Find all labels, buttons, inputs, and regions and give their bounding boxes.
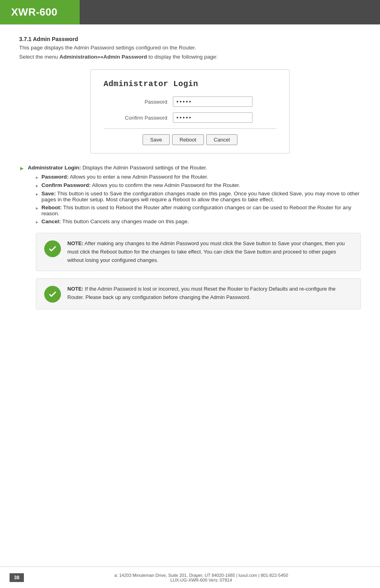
list-item: ▸ Password: Allows you to enter a new Ad… (36, 174, 361, 180)
confirm-password-label: Confirm Password (104, 115, 167, 121)
page-number: 38 (10, 573, 24, 582)
main-arrow-icon: ► (19, 165, 25, 171)
note-text-2: NOTE: If the Admin Password is lost or i… (67, 285, 353, 302)
reboot-button[interactable]: Reboot (172, 134, 204, 145)
save-button[interactable]: Save (143, 134, 170, 145)
section-desc: This page displays the Admin Password se… (19, 45, 361, 51)
page-header: XWR-600 (0, 0, 380, 25)
header-bar (80, 0, 380, 24)
note-box-2: NOTE: If the Admin Password is lost or i… (36, 278, 361, 309)
confirm-password-input[interactable] (173, 112, 253, 123)
login-box-title: Administrator Login (104, 79, 276, 88)
cancel-button[interactable]: Cancel (206, 134, 237, 145)
main-desc-item: ► Administrator Login: Displays the Admi… (19, 165, 361, 171)
confirm-password-row: Confirm Password (104, 112, 276, 123)
list-item: ▸ Reboot: This button is used to Reboot … (36, 205, 361, 216)
password-input[interactable] (173, 96, 253, 107)
sub-desc-text: Password: Allows you to enter a new Admi… (41, 174, 208, 180)
checkmark-icon (44, 240, 61, 257)
list-item: ▸ Confirm Password: Allows you to confir… (36, 182, 361, 189)
sub-arrow-icon: ▸ (36, 191, 38, 197)
sub-desc-list: ▸ Password: Allows you to enter a new Ad… (19, 174, 361, 225)
section-nav-prefix: Select the menu (19, 54, 59, 60)
section-nav-bold: Administration»»Admin Password (59, 54, 147, 60)
sub-desc-text: Reboot: This button is used to Reboot th… (41, 205, 361, 216)
note-text-1: NOTE: After making any changes to the Ad… (67, 240, 353, 264)
checkmark-icon (44, 286, 61, 303)
sub-desc-text: Cancel: This button Cancels any changes … (41, 218, 189, 224)
admin-login-box: Administrator Login Password Confirm Pas… (90, 69, 290, 153)
description-list: ► Administrator Login: Displays the Admi… (19, 165, 361, 225)
main-content: 3.7.1 Admin Password This page displays … (0, 25, 380, 566)
section-title: 3.7.1 Admin Password (19, 36, 361, 42)
sub-arrow-icon: ▸ (36, 183, 38, 189)
note-box-1: NOTE: After making any changes to the Ad… (36, 233, 361, 271)
list-item: ▸ Save: This button is used to Save the … (36, 191, 361, 203)
list-item: ▸ Cancel: This button Cancels any change… (36, 218, 361, 225)
footer-line1: a: 14203 Minuteman Drive, Suite 201, Dra… (32, 573, 370, 578)
sub-arrow-icon: ▸ (36, 219, 38, 225)
page-footer: 38 a: 14203 Minuteman Drive, Suite 201, … (0, 566, 380, 588)
password-label: Password (104, 99, 167, 105)
section-nav-suffix: to display the following page: (147, 54, 217, 60)
section-nav: Select the menu Administration»»Admin Pa… (19, 54, 361, 60)
sub-desc-text: Confirm Password: Allows you to confirm … (41, 182, 240, 188)
footer-info: a: 14203 Minuteman Drive, Suite 201, Dra… (32, 573, 370, 582)
form-buttons: Save Reboot Cancel (104, 134, 276, 145)
sub-arrow-icon: ▸ (36, 175, 38, 180)
form-divider (104, 128, 276, 129)
main-desc-text: Administrator Login: Displays the Admin … (28, 165, 207, 171)
password-row: Password (104, 96, 276, 107)
logo: XWR-600 (0, 0, 80, 24)
footer-line2: LUX-UG-XWR-600 Vers: 07814 (32, 578, 370, 582)
sub-arrow-icon: ▸ (36, 205, 38, 211)
sub-desc-text: Save: This button is used to Save the co… (41, 191, 361, 203)
